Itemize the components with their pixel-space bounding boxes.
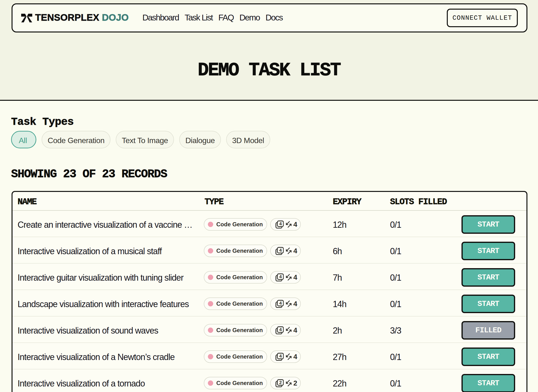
svg-text:4: 4 [279, 354, 282, 359]
svg-text:4: 4 [279, 274, 282, 279]
svg-text:4: 4 [279, 301, 282, 306]
svg-text:2: 2 [279, 380, 282, 385]
svg-text:4: 4 [279, 248, 282, 253]
svg-text:4: 4 [279, 327, 282, 332]
svg-text:4: 4 [279, 221, 282, 226]
